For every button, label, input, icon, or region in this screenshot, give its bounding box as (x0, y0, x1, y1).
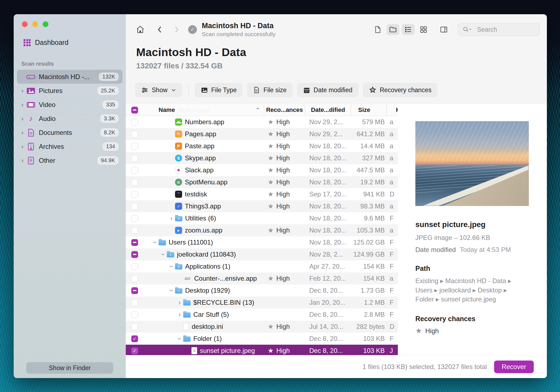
table-row[interactable]: ✓Things3.app★HighNov 18, 20...98.3 MBa (126, 200, 398, 212)
chevron-right-icon[interactable]: › (176, 311, 183, 318)
minimize-window-button[interactable] (32, 21, 38, 27)
table-row[interactable]: GOCounter-...ensive.app★HighFeb 12, 20..… (126, 272, 398, 284)
list-icon (404, 25, 412, 34)
file-name: Counter-...ensive.app (194, 275, 257, 282)
sidebar-item-dashboard[interactable]: Dashboard (24, 39, 126, 47)
recovery-chance-value: High (276, 323, 290, 330)
table-row[interactable]: SSkype.app★HighNov 18, 20...327 MBa (126, 152, 398, 164)
home-button[interactable] (134, 24, 147, 35)
table-row[interactable]: desktop.ini★HighJul 14, 20...282 bytesD (126, 321, 398, 333)
row-checkbox[interactable] (131, 131, 138, 138)
chevron-down-icon[interactable]: › (168, 287, 175, 294)
folder-view-button[interactable] (387, 24, 399, 35)
table-row[interactable]: ▔testdisk★HighSep 17, 20...941 KBD (126, 188, 398, 200)
column-header-name[interactable]: Name ⌃ (143, 106, 264, 114)
table-row[interactable]: ▂▆▃Numbers.app★HighNov 29, 2...579 MBa (126, 116, 398, 128)
recover-button[interactable]: Recover (494, 361, 534, 373)
sidebar-item-documents[interactable]: ›Documents8.2K (17, 126, 122, 140)
panel-view-button[interactable] (438, 24, 450, 35)
table-row[interactable]: ▶zoom.us.app★HighNov 18, 20...105.3 MBa (126, 224, 398, 236)
chevron-right-icon[interactable]: › (176, 299, 183, 306)
preview-recovery: ★ High (415, 327, 534, 335)
date-modified-filter-button[interactable]: Date modified (297, 83, 358, 97)
row-checkbox[interactable] (131, 203, 138, 210)
row-checkbox[interactable] (131, 215, 138, 222)
date-modified-value: Nov 18, 20... (305, 142, 351, 150)
list-view-button[interactable] (402, 24, 415, 35)
table-row[interactable]: ›AApplications (1)Apr 27, 20...154 KBF (126, 260, 398, 272)
chevron-down-icon[interactable]: › (168, 263, 175, 270)
row-checkbox[interactable] (131, 191, 138, 198)
sidebar-item-other[interactable]: ›Other94.9K (17, 153, 122, 167)
sidebar-item-video[interactable]: ›Video335 (17, 98, 122, 112)
folder-icon (183, 336, 191, 342)
row-checkbox[interactable] (131, 227, 138, 234)
table-row[interactable]: ›◦Users (111001)Nov 18, 20...125.02 GBF (126, 236, 398, 248)
row-checkbox[interactable] (131, 119, 138, 126)
chevron-down-icon[interactable]: › (176, 335, 183, 342)
row-checkbox[interactable] (131, 323, 138, 330)
file-view-button[interactable] (371, 24, 384, 35)
date-modified-value: Nov 29, 2... (305, 118, 351, 126)
file-size-filter-button[interactable]: File size (247, 83, 292, 97)
chevron-right-icon[interactable]: › (19, 143, 26, 150)
row-checkbox[interactable] (131, 299, 138, 306)
row-checkbox[interactable] (131, 311, 138, 318)
chevron-right-icon[interactable]: › (19, 129, 26, 136)
row-checkbox[interactable] (131, 251, 138, 258)
chevron-down-icon[interactable]: › (152, 239, 158, 246)
column-header-date[interactable]: Date...dified (305, 104, 351, 116)
forward-button[interactable] (170, 24, 183, 35)
grid-view-button[interactable] (417, 24, 430, 35)
table-row[interactable]: ✓›Folder (1)Dec 8, 20...103 KBF (126, 333, 398, 345)
file-type-filter-button[interactable]: File Type (195, 83, 243, 97)
row-checkbox[interactable] (131, 287, 138, 294)
row-checkbox[interactable] (131, 167, 138, 174)
row-checkbox[interactable] (131, 155, 138, 162)
column-header-recovery[interactable]: Reco...ances (264, 104, 305, 116)
testdisk-app-icon: ▔ (175, 191, 182, 198)
row-checkbox[interactable] (131, 239, 138, 246)
sidebar-item-audio[interactable]: ›♪Audio3.3K (17, 112, 122, 126)
file-size-value: 2.8 MB (351, 311, 386, 318)
table-row[interactable]: ›$RECYCLE.BIN (13)Jan 20, 20...1.2 MBF (126, 297, 398, 309)
sidebar-item-archives[interactable]: ›Archives134 (17, 140, 122, 153)
table-row[interactable]: ›✕Utilities (6)Nov 18, 20...9.6 MBF (126, 212, 398, 224)
star-icon (369, 86, 377, 94)
row-checkbox[interactable] (131, 143, 138, 150)
table-row[interactable]: ›⌂joellockard (110843)Nov 28, 2...124.99… (126, 248, 398, 260)
table-row[interactable]: ✱Slack.app★HighNov 18, 20...447.5 MBa (126, 164, 398, 176)
chevron-down-icon[interactable]: › (160, 251, 167, 258)
select-all-checkbox[interactable] (131, 107, 138, 114)
row-checkbox[interactable] (131, 275, 138, 282)
show-in-finder-button[interactable]: Show in Finder (26, 362, 113, 374)
date-modified-value: Sep 17, 20... (305, 190, 351, 198)
scan-complete-check-icon: ✓ (188, 25, 197, 34)
recovery-chances-filter-button[interactable]: Recovery chances (363, 83, 438, 97)
chevron-right-icon[interactable]: › (19, 157, 26, 164)
row-checkbox[interactable]: ✓ (131, 347, 138, 354)
row-checkbox[interactable]: ✓ (131, 335, 138, 342)
sidebar-item-drive[interactable]: Macintosh HD -...132K (17, 70, 122, 84)
table-row[interactable]: ≋SpotMenu.app★HighNov 18, 20...19.2 MBa (126, 176, 398, 188)
column-header-size[interactable]: Size (351, 104, 386, 116)
table-row[interactable]: PPaste.app★HighNov 18, 20...14.4 MBa (126, 140, 398, 152)
view-controls (371, 24, 450, 35)
table-row[interactable]: ✎Pages.app★HighNov 29, 2...641.2 MBa (126, 128, 398, 140)
chevron-right-icon[interactable]: › (19, 88, 26, 94)
table-row[interactable]: ›▭Desktop (1929)Dec 8, 20...1.73 GBF (126, 284, 398, 297)
sidebar-item-label: Other (39, 157, 97, 164)
row-checkbox[interactable] (131, 179, 138, 186)
sidebar-item-pictures[interactable]: ›Pictures25.2K (17, 84, 122, 98)
chevron-right-icon[interactable]: › (168, 215, 175, 222)
show-filter-button[interactable]: Show (135, 83, 182, 97)
table-row[interactable]: ›Car Stuff (5)Dec 8, 20...2.8 MBF (126, 309, 398, 321)
zoom-window-button[interactable] (43, 21, 48, 27)
chevron-right-icon[interactable]: › (19, 115, 26, 122)
star-icon: ★ (268, 131, 274, 137)
close-window-button[interactable] (22, 21, 28, 27)
row-checkbox[interactable] (131, 263, 138, 270)
chevron-right-icon[interactable]: › (19, 101, 26, 108)
back-button[interactable] (154, 24, 166, 35)
column-header-kind[interactable]: K (386, 104, 398, 116)
